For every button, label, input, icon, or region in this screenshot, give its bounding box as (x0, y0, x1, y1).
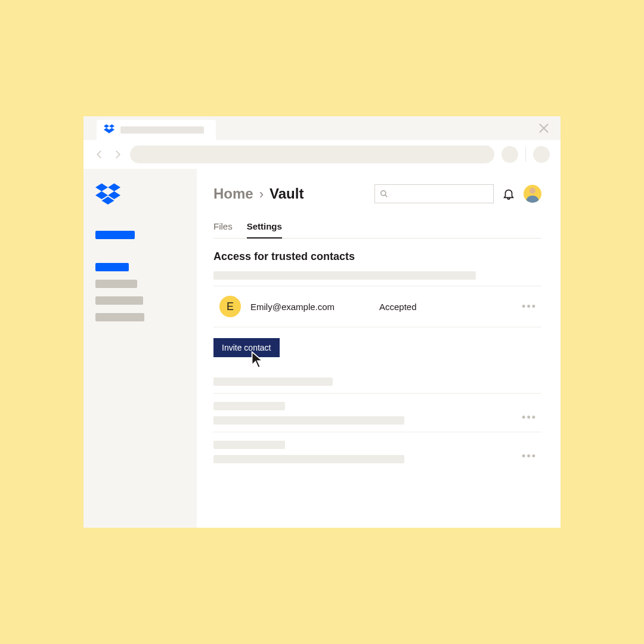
contact-row: E Emily@example.com Accepted ••• (213, 286, 541, 327)
toolbar-button-placeholder[interactable] (533, 146, 550, 163)
sidebar-item[interactable] (95, 280, 137, 288)
more-icon[interactable]: ••• (522, 411, 537, 424)
notifications-icon[interactable] (502, 187, 515, 200)
forward-icon[interactable] (112, 149, 123, 160)
contact-status: Accepted (379, 302, 512, 312)
tabs: Files Settings (213, 221, 541, 239)
close-icon[interactable] (538, 122, 550, 134)
breadcrumb-current: Vault (270, 185, 304, 202)
browser-window: Home › Vault Files Setting (83, 116, 561, 528)
section-title: Access for trusted contacts (213, 250, 541, 263)
browser-tab-bar (83, 116, 561, 140)
separator (525, 147, 526, 162)
browser-toolbar (83, 140, 561, 169)
svg-point-0 (381, 191, 386, 196)
placeholder (213, 416, 404, 425)
sidebar-item[interactable] (95, 296, 143, 305)
tab-files[interactable]: Files (213, 221, 233, 238)
dropbox-logo-icon (104, 124, 114, 136)
app-body: Home › Vault Files Setting (83, 169, 561, 528)
placeholder (213, 441, 285, 449)
chevron-right-icon: › (259, 187, 264, 202)
back-icon[interactable] (94, 149, 105, 160)
search-input[interactable] (374, 184, 494, 203)
placeholder (213, 455, 404, 463)
toolbar-button-placeholder[interactable] (501, 146, 518, 163)
placeholder (213, 377, 333, 386)
breadcrumb-home[interactable]: Home (213, 185, 253, 202)
description-placeholder (213, 271, 476, 280)
tab-title-placeholder (120, 126, 204, 134)
sidebar-item-active[interactable] (95, 231, 135, 239)
address-bar[interactable] (130, 145, 494, 163)
contact-avatar: E (219, 296, 241, 317)
more-icon[interactable]: ••• (522, 301, 541, 313)
list-item: ••• (213, 432, 541, 470)
breadcrumb: Home › Vault (213, 185, 304, 202)
sidebar (83, 169, 197, 528)
browser-tab[interactable] (97, 120, 216, 140)
dropbox-logo-icon[interactable] (95, 183, 185, 207)
placeholder (213, 402, 285, 410)
search-icon (380, 190, 388, 198)
sidebar-item[interactable] (95, 263, 129, 271)
contact-email: Emily@example.com (250, 302, 370, 312)
invite-contact-button[interactable]: Invite contact (213, 338, 280, 357)
tab-settings[interactable]: Settings (247, 221, 282, 239)
header: Home › Vault (213, 184, 541, 203)
list-item: ••• (213, 393, 541, 432)
sidebar-item[interactable] (95, 313, 144, 321)
more-icon[interactable]: ••• (522, 450, 537, 463)
main-content: Home › Vault Files Setting (197, 169, 561, 528)
avatar[interactable] (524, 185, 541, 203)
